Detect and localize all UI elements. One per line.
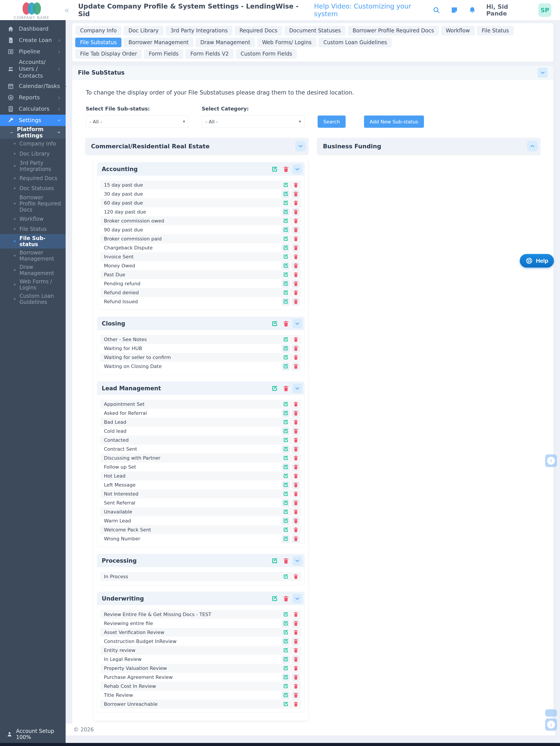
edit-substatus-button[interactable] (282, 244, 290, 252)
delete-substatus-button[interactable] (292, 190, 300, 198)
substatus-row[interactable]: Asset Verification Review (100, 628, 301, 637)
sidebar-collapse-icon[interactable]: « (64, 6, 69, 14)
delete-substatus-button[interactable] (292, 226, 300, 234)
edit-substatus-button[interactable] (282, 297, 290, 306)
edit-substatus-button[interactable] (282, 344, 290, 353)
edit-substatus-button[interactable] (282, 400, 290, 408)
tab-doc-library[interactable]: Doc Library (124, 26, 164, 35)
edit-substatus-button[interactable] (282, 353, 290, 362)
edit-substatus-button[interactable] (282, 454, 290, 462)
edit-substatus-button[interactable] (282, 190, 290, 198)
edit-substatus-button[interactable] (282, 664, 290, 672)
substatus-row[interactable]: Property Valuation Review (100, 664, 301, 673)
search-button[interactable]: Search (318, 116, 346, 128)
edit-substatus-button[interactable] (282, 427, 290, 435)
substatus-row[interactable]: Chargeback Dispute (100, 243, 301, 252)
group-collapse-button[interactable] (292, 164, 302, 174)
edit-substatus-button[interactable] (282, 362, 290, 371)
substatus-row[interactable]: Broker commission paid (100, 234, 301, 243)
edit-substatus-button[interactable] (282, 280, 290, 288)
help-video-link[interactable]: Help Video: Customizing your system (314, 2, 433, 18)
delete-substatus-button[interactable] (292, 673, 300, 682)
edit-substatus-button[interactable] (282, 208, 290, 216)
delete-substatus-button[interactable] (292, 610, 300, 619)
substatus-row[interactable]: Broker commission owed (100, 217, 301, 225)
substatus-row[interactable]: In Process (100, 572, 301, 581)
edit-substatus-button[interactable] (282, 499, 290, 507)
sidebar-item-settings[interactable]: Settings› (0, 115, 66, 126)
sidebar-subitem-draw-management[interactable]: Draw Management (0, 263, 66, 278)
delete-substatus-button[interactable] (292, 409, 300, 418)
sidebar-item-platform-settings[interactable]: – Platform Settings › (0, 126, 66, 139)
edit-substatus-button[interactable] (282, 436, 290, 444)
tab-borrower-profile-required-docs[interactable]: Borrower Profile Required Docs (348, 26, 439, 35)
substatus-row[interactable]: Purchase Agreement Review (100, 673, 301, 682)
edit-substatus-button[interactable] (282, 253, 290, 261)
tab-custom-loan-guidelines[interactable]: Custom Loan Guidelines (319, 38, 392, 47)
edit-group-button[interactable] (270, 164, 279, 174)
edit-substatus-button[interactable] (282, 445, 290, 453)
sidebar-subitem-custom-loan-guidelines[interactable]: Custom Loan Guidelines (0, 292, 66, 306)
delete-substatus-button[interactable] (292, 682, 300, 690)
delete-substatus-button[interactable] (292, 454, 300, 462)
substatus-row[interactable]: Appointment Set (100, 400, 301, 409)
edit-substatus-button[interactable] (282, 682, 290, 690)
edit-substatus-button[interactable] (282, 409, 290, 418)
substatus-filter-select[interactable]: - All - (86, 116, 188, 128)
substatus-row[interactable]: 90 day past due (100, 225, 301, 234)
group-collapse-button[interactable] (292, 594, 302, 603)
substatus-row[interactable]: Bad Lead (100, 418, 301, 427)
delete-substatus-button[interactable] (292, 535, 300, 543)
substatus-row[interactable]: 120 day past due (100, 207, 301, 217)
delete-substatus-button[interactable] (292, 280, 300, 288)
sidebar-subitem-3rd-party-integrations[interactable]: 3rd Party Integrations (0, 159, 66, 173)
tab-form-fields-v2[interactable]: Form Fields V2 (185, 49, 233, 59)
delete-group-button[interactable] (281, 383, 291, 393)
sidebar-subitem-required-docs[interactable]: Required Docs (0, 173, 66, 183)
category-collapse-button[interactable] (295, 141, 306, 151)
delete-substatus-button[interactable] (292, 199, 300, 207)
substatus-row[interactable]: Waiting for HUB (100, 344, 301, 353)
edit-substatus-button[interactable] (282, 637, 290, 645)
delete-substatus-button[interactable] (292, 508, 300, 516)
sidebar-subitem-file-status[interactable]: File Status (0, 224, 66, 234)
tab-3rd-party-integrations[interactable]: 3rd Party Integrations (166, 26, 233, 35)
edit-substatus-button[interactable] (282, 472, 290, 480)
delete-substatus-button[interactable] (292, 217, 300, 225)
delete-substatus-button[interactable] (292, 436, 300, 444)
delete-substatus-button[interactable] (292, 526, 300, 534)
substatus-row[interactable]: Other - See Notes (100, 335, 301, 344)
notes-icon[interactable] (450, 6, 458, 14)
delete-substatus-button[interactable] (292, 646, 300, 655)
delete-substatus-button[interactable] (292, 472, 300, 480)
substatus-row[interactable]: Unavailable (100, 507, 301, 516)
sidebar-subitem-workflow[interactable]: Workflow (0, 214, 66, 224)
substatus-row[interactable]: Past Due (100, 270, 301, 279)
tab-draw-management[interactable]: Draw Management (196, 38, 255, 47)
substatus-row[interactable]: Wrong Number (100, 534, 301, 543)
delete-substatus-button[interactable] (292, 418, 300, 426)
group-collapse-button[interactable] (292, 319, 302, 328)
edit-substatus-button[interactable] (282, 418, 290, 426)
group-collapse-button[interactable] (292, 383, 302, 393)
substatus-row[interactable]: Waiting on Closing Date (100, 362, 301, 371)
delete-substatus-button[interactable] (292, 628, 300, 637)
group-collapse-button[interactable] (292, 556, 302, 566)
substatus-row[interactable]: Discussing with Partner (100, 454, 301, 462)
delete-substatus-button[interactable] (292, 335, 300, 344)
edit-substatus-button[interactable] (282, 700, 290, 708)
sidebar-item-dashboard[interactable]: Dashboard (0, 23, 66, 34)
delete-substatus-button[interactable] (292, 700, 300, 708)
tab-custom-form-fields[interactable]: Custom Form Fields (236, 49, 297, 59)
delete-group-button[interactable] (281, 319, 291, 328)
delete-group-button[interactable] (281, 556, 291, 566)
delete-substatus-button[interactable] (292, 481, 300, 489)
delete-substatus-button[interactable] (292, 181, 300, 189)
tab-file-substatus[interactable]: File Substatus (75, 38, 121, 47)
tab-required-docs[interactable]: Required Docs (235, 26, 282, 35)
substatus-row[interactable]: Construction Budget InReview (100, 637, 301, 646)
tab-workflow[interactable]: Workflow (441, 26, 475, 35)
sidebar-subitem-file-sub-status[interactable]: File Sub-status (0, 234, 66, 249)
edit-substatus-button[interactable] (282, 610, 290, 619)
delete-substatus-button[interactable] (292, 427, 300, 435)
